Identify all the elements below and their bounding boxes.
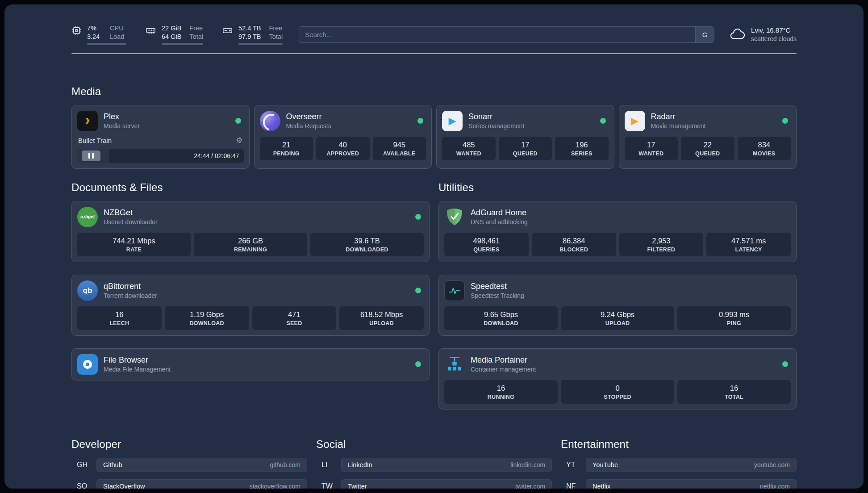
- stat-tile: 39.6 TB DOWNLOADED: [310, 233, 424, 256]
- stat-value: 618.52 Mbps: [341, 310, 422, 319]
- cpu-progress-bar: [87, 43, 126, 45]
- service-name[interactable]: Overseerr: [286, 112, 331, 121]
- resource-widgets: 7% CPU 3.24 Load 22 GiB Free 6: [71, 24, 283, 45]
- cloud-icon: [730, 27, 746, 42]
- service-name[interactable]: AdGuard Home: [471, 208, 528, 217]
- service-card-plex[interactable]: › Plex Media server Bullet Train ⚙: [71, 105, 250, 169]
- stat-value: 16: [446, 384, 556, 393]
- service-name[interactable]: Speedtest: [471, 282, 524, 291]
- stat-label: DOWNLOADED: [312, 246, 422, 253]
- stats-row: 485 WANTED 17 QUEUED 196 SERIES: [442, 137, 609, 160]
- stat-value: 1.19 Gbps: [167, 310, 247, 319]
- service-card-header: qb qBittorrent Torrent downloader: [77, 280, 424, 301]
- stat-value: 17: [501, 141, 551, 149]
- service-name[interactable]: Sonarr: [468, 112, 524, 121]
- search-input[interactable]: [298, 26, 714, 43]
- weather-text: Lviv, 16.87°C scattered clouds: [751, 26, 797, 43]
- service-card-filebrowser[interactable]: File Browser Media File Management: [71, 348, 430, 380]
- service-card-overseerr[interactable]: Overseerr Media Requests 21 PENDING 40 A…: [254, 105, 432, 169]
- memory-free: 22 GiB: [162, 24, 181, 33]
- service-card-portainer[interactable]: Media Portainer Container management 16 …: [438, 348, 797, 409]
- bookmark-row: GH Github github.com: [71, 458, 307, 472]
- bookmark-link-youtube[interactable]: YouTube youtube.com: [586, 458, 797, 472]
- service-card-header: Media Portainer Container management: [444, 354, 791, 375]
- service-name[interactable]: qBittorrent: [104, 282, 157, 291]
- stat-value: 9.65 Gbps: [446, 310, 556, 319]
- stat-value: 16: [79, 310, 160, 319]
- stat-label: QUEUED: [501, 150, 551, 157]
- cpu-load: 3.24: [87, 33, 102, 41]
- disk-readout: 52.4 TB Free 97.9 TB Total: [238, 24, 283, 45]
- play-glyph: ▶: [449, 115, 456, 127]
- stats-row: 9.65 Gbps DOWNLOAD 9.24 Gbps UPLOAD 0.99…: [444, 306, 791, 330]
- service-card-qbittorrent[interactable]: qb qBittorrent Torrent downloader 16 LEE…: [71, 275, 430, 336]
- service-titles: Plex Media server: [104, 112, 140, 130]
- service-card-sonarr[interactable]: ▶ Sonarr Series management 485 WANTED 17…: [436, 105, 614, 169]
- status-dot: [415, 214, 421, 220]
- stat-tile: 9.24 Gbps UPLOAD: [561, 306, 674, 330]
- stat-tile: 16 RUNNING: [444, 380, 558, 404]
- bookmark-link-stackoverflow[interactable]: StackOverflow stackoverflow.com: [96, 479, 307, 489]
- radarr-icon: ▶: [625, 111, 645, 131]
- service-name[interactable]: File Browser: [104, 355, 171, 365]
- service-card-radarr[interactable]: ▶ Radarr Movie management 17 WANTED 22 Q…: [619, 105, 797, 169]
- service-card-header: nzbget NZBGet Usenet downloader: [77, 207, 424, 227]
- service-name[interactable]: Radarr: [651, 112, 706, 121]
- section-media: Media › Plex Media server Bullet Train ⚙: [71, 85, 797, 169]
- bookmark-link-netflix[interactable]: Netflix netflix.com: [586, 479, 797, 489]
- bookmark-url: github.com: [270, 461, 300, 468]
- weather-location: Lviv, 16.87°C: [751, 26, 797, 35]
- service-name[interactable]: Plex: [104, 112, 140, 121]
- stat-label: QUERIES: [446, 246, 527, 253]
- stat-label: LATENCY: [708, 246, 789, 253]
- pause-icon: [88, 153, 90, 159]
- stat-tile: 618.52 Mbps UPLOAD: [339, 306, 424, 330]
- bookmark-group-social: Social LI LinkedIn linkedin.com TW Twitt…: [316, 438, 552, 489]
- stat-label: SERIES: [557, 150, 607, 157]
- service-name[interactable]: Media Portainer: [471, 355, 536, 365]
- service-card-nzbget[interactable]: nzbget NZBGet Usenet downloader 744.21 M…: [71, 201, 430, 262]
- cpu-percent: 7%: [87, 24, 102, 33]
- playback-bar[interactable]: 24:44 / 02:06:47: [77, 149, 244, 163]
- stat-value: 945: [375, 141, 425, 149]
- stat-tile: 834 MOVIES: [738, 137, 791, 160]
- media-grid: › Plex Media server Bullet Train ⚙: [71, 105, 797, 169]
- search-provider-button[interactable]: G: [695, 27, 714, 42]
- play-glyph: ▶: [631, 115, 638, 127]
- stat-label: RUNNING: [446, 394, 556, 400]
- service-name[interactable]: NZBGet: [104, 208, 158, 217]
- nzbget-wordmark: nzbget: [80, 214, 95, 219]
- bookmark-link-linkedin[interactable]: LinkedIn linkedin.com: [341, 458, 552, 472]
- stat-value: 40: [318, 141, 368, 149]
- playback-time: 24:44 / 02:06:47: [194, 152, 239, 159]
- gear-icon[interactable]: ⚙: [236, 136, 242, 145]
- pause-button[interactable]: [82, 150, 100, 161]
- stat-tile: 498,461 QUERIES: [444, 233, 529, 256]
- stat-value: 17: [626, 141, 676, 149]
- service-card-speedtest[interactable]: Speedtest Speedtest Tracking 9.65 Gbps D…: [438, 275, 797, 336]
- service-card-header: Overseerr Media Requests: [260, 111, 426, 131]
- service-card-adguard[interactable]: AdGuard Home DNS and adblocking 498,461 …: [438, 201, 797, 262]
- service-description: Speedtest Tracking: [471, 292, 524, 299]
- section-title-documents: Documents & Files: [71, 181, 430, 194]
- stat-tile: 0 STOPPED: [561, 380, 674, 404]
- service-description: Media server: [104, 122, 140, 130]
- stat-label: WANTED: [444, 150, 494, 157]
- stat-value: 2,953: [621, 237, 702, 245]
- bookmark-link-twitter[interactable]: Twitter twitter.com: [341, 479, 552, 489]
- bookmark-link-github[interactable]: Github github.com: [96, 458, 307, 472]
- service-titles: AdGuard Home DNS and adblocking: [471, 208, 528, 226]
- overseerr-icon: [260, 111, 280, 131]
- bookmark-list: YT YouTube youtube.com NF Netflix netfli…: [561, 458, 797, 489]
- weather-widget: Lviv, 16.87°C scattered clouds: [730, 26, 797, 43]
- filebrowser-icon: [77, 354, 98, 375]
- section-title-social: Social: [316, 438, 552, 451]
- stat-tile: 40 APPROVED: [316, 137, 370, 160]
- stat-label: QUEUED: [683, 150, 733, 157]
- search-bar: G: [298, 26, 714, 43]
- service-titles: Radarr Movie management: [651, 112, 706, 130]
- disk-icon: [222, 25, 233, 38]
- memory-progress-bar: [162, 43, 203, 45]
- stat-tile: 196 SERIES: [555, 137, 609, 160]
- status-dot: [235, 118, 241, 124]
